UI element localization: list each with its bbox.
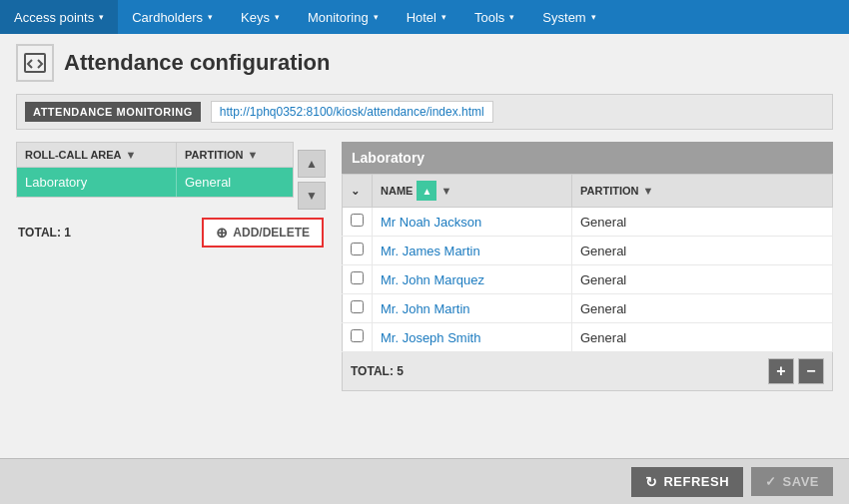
- right-panel: Laboratory ⌄ NAME ▲ ▼: [342, 142, 833, 391]
- left-table-inner: ROLL-CALL AREA ▼ PARTITION ▼ Laboratory …: [16, 142, 294, 210]
- row-name-cell: Mr. John Marquez: [373, 265, 572, 294]
- nav-cardholders[interactable]: Cardholders ▾: [118, 0, 227, 34]
- member-name-link[interactable]: Mr. John Marquez: [381, 272, 484, 287]
- sort-name-button[interactable]: ▲: [417, 181, 436, 201]
- check-icon: ✓: [765, 474, 777, 489]
- add-delete-label: ADD/DELETE: [233, 226, 310, 240]
- chevron-down-icon: ▾: [374, 12, 379, 22]
- nav-label-hotel: Hotel: [407, 10, 436, 25]
- nav-label-access-points: Access points: [14, 10, 94, 25]
- table-row[interactable]: Mr Noah Jackson General: [343, 208, 833, 237]
- add-member-button[interactable]: +: [768, 358, 794, 384]
- table-row[interactable]: Mr. John Marquez General: [343, 265, 833, 294]
- nav-hotel[interactable]: Hotel ▾: [393, 0, 460, 34]
- nav-label-system: System: [542, 10, 585, 25]
- right-table-header-row: ⌄ NAME ▲ ▼ PARTITION ▼: [343, 175, 833, 208]
- left-table-row[interactable]: Laboratory General: [17, 168, 293, 197]
- nav-label-tools: Tools: [474, 10, 504, 25]
- row-checkbox[interactable]: [351, 329, 364, 342]
- nav-access-points[interactable]: Access points ▾: [0, 0, 118, 34]
- row-partition-cell: General: [572, 294, 833, 323]
- row-checkbox[interactable]: [351, 214, 364, 227]
- chevron-down-icon-th: ⌄: [351, 185, 360, 197]
- chevron-down-icon: ▾: [208, 12, 213, 22]
- updown-buttons: ▲ ▼: [298, 150, 326, 210]
- filter-icon-partition[interactable]: ▼: [247, 149, 258, 161]
- table-row[interactable]: Mr. John Martin General: [343, 294, 833, 323]
- add-delete-button[interactable]: ⊕ ADD/DELETE: [202, 218, 324, 248]
- chevron-down-icon: ▾: [441, 12, 446, 22]
- partition-col-header: PARTITION ▼: [572, 175, 833, 208]
- remove-member-button[interactable]: −: [798, 358, 824, 384]
- left-table-body: Laboratory General: [16, 167, 294, 198]
- row-partition-cell: General: [572, 323, 833, 352]
- monitoring-label: ATTENDANCE MONITORING: [25, 102, 201, 122]
- partition-header-left: PARTITION ▼: [177, 143, 293, 167]
- filter-name-icon[interactable]: ▼: [440, 185, 451, 197]
- move-down-button[interactable]: ▼: [298, 182, 326, 210]
- nav-tools[interactable]: Tools ▾: [460, 0, 528, 34]
- member-name-link[interactable]: Mr. James Martin: [381, 244, 480, 258]
- right-table-body: Mr Noah Jackson General Mr. James Martin…: [343, 208, 833, 352]
- chevron-down-icon: ▾: [275, 12, 280, 22]
- right-table: ⌄ NAME ▲ ▼ PARTITION ▼: [342, 174, 833, 352]
- page-header: Attendance configuration: [16, 44, 833, 82]
- nav-label-monitoring: Monitoring: [308, 10, 369, 25]
- row-checkbox[interactable]: [351, 271, 364, 284]
- nav-keys[interactable]: Keys ▾: [227, 0, 294, 34]
- navbar: Access points ▾ Cardholders ▾ Keys ▾ Mon…: [0, 0, 849, 34]
- row-checkbox[interactable]: [351, 243, 364, 255]
- chevron-down-icon: ▾: [591, 12, 596, 22]
- nav-system[interactable]: System ▾: [528, 0, 609, 34]
- plus-minus-buttons: + −: [768, 358, 824, 384]
- left-total-label: TOTAL: 1: [18, 226, 71, 240]
- row-name-cell: Mr. John Martin: [373, 294, 572, 323]
- chevron-down-icon: ▾: [99, 12, 104, 22]
- left-row-area: Laboratory: [17, 168, 177, 197]
- row-name-cell: Mr. Joseph Smith: [373, 323, 572, 352]
- row-checkbox-cell: [343, 323, 373, 352]
- member-name-link[interactable]: Mr. John Martin: [381, 301, 470, 316]
- member-name-link[interactable]: Mr. Joseph Smith: [381, 330, 480, 345]
- row-checkbox-cell: [343, 208, 373, 237]
- refresh-button[interactable]: ↻ REFRESH: [631, 467, 743, 497]
- checkbox-col-header: ⌄: [343, 175, 373, 208]
- table-row[interactable]: Mr. Joseph Smith General: [343, 323, 833, 352]
- refresh-label: REFRESH: [663, 474, 729, 489]
- row-name-cell: Mr. James Martin: [373, 237, 572, 265]
- roll-call-area-header: ROLL-CALL AREA ▼: [17, 143, 177, 167]
- row-name-cell: Mr Noah Jackson: [373, 208, 572, 237]
- row-checkbox-cell: [343, 294, 373, 323]
- right-panel-title: Laboratory: [342, 142, 833, 174]
- total-row-left: TOTAL: 1 ⊕ ADD/DELETE: [16, 218, 326, 248]
- row-checkbox-cell: [343, 265, 373, 294]
- main-content: ROLL-CALL AREA ▼ PARTITION ▼ Laboratory …: [16, 142, 833, 391]
- row-checkbox[interactable]: [351, 300, 364, 313]
- monitoring-url-link[interactable]: http://1phq0352:8100/kiosk/attendance/in…: [211, 101, 493, 123]
- refresh-icon: ↻: [645, 474, 658, 490]
- total-row-right: TOTAL: 5 + −: [342, 352, 833, 391]
- table-row[interactable]: Mr. James Martin General: [343, 237, 833, 265]
- filter-partition-icon[interactable]: ▼: [642, 185, 653, 197]
- monitoring-bar: ATTENDANCE MONITORING http://1phq0352:81…: [16, 94, 833, 130]
- nav-label-keys: Keys: [241, 10, 270, 25]
- page-icon: [16, 44, 54, 82]
- left-table-header: ROLL-CALL AREA ▼ PARTITION ▼: [16, 142, 294, 167]
- move-up-button[interactable]: ▲: [298, 150, 326, 178]
- save-label: SAVE: [783, 474, 819, 489]
- left-row-partition: General: [177, 168, 293, 197]
- row-checkbox-cell: [343, 237, 373, 265]
- name-col-header: NAME ▲ ▼: [373, 175, 572, 208]
- row-partition-cell: General: [572, 208, 833, 237]
- member-name-link[interactable]: Mr Noah Jackson: [381, 215, 481, 230]
- page-content: Attendance configuration ATTENDANCE MONI…: [0, 34, 849, 401]
- save-button[interactable]: ✓ SAVE: [751, 467, 833, 496]
- left-table-area: ROLL-CALL AREA ▼ PARTITION ▼ Laboratory …: [16, 142, 326, 210]
- left-panel: ROLL-CALL AREA ▼ PARTITION ▼ Laboratory …: [16, 142, 326, 391]
- filter-icon[interactable]: ▼: [126, 149, 137, 161]
- nav-label-cardholders: Cardholders: [132, 10, 203, 25]
- nav-monitoring[interactable]: Monitoring ▾: [294, 0, 393, 34]
- row-partition-cell: General: [572, 237, 833, 265]
- row-partition-cell: General: [572, 265, 833, 294]
- chevron-down-icon: ▾: [509, 12, 514, 22]
